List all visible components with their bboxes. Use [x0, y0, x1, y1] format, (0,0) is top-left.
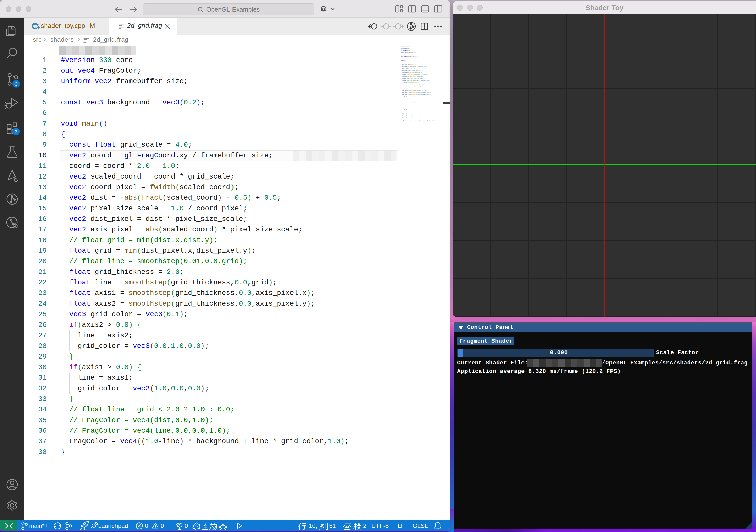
svg-text:2: 2	[363, 522, 366, 529]
svg-text:0: 0	[161, 522, 164, 529]
svg-text:0: 0	[145, 522, 148, 529]
svg-text:Launchpad: Launchpad	[98, 522, 128, 529]
svg-text:GLSL: GLSL	[413, 522, 428, 529]
svg-text:main*+: main*+	[29, 522, 48, 529]
svg-text:51: 51	[329, 522, 336, 529]
svg-text:LF: LF	[398, 522, 405, 529]
svg-text:0: 0	[185, 522, 188, 529]
svg-text:UTF-8: UTF-8	[371, 522, 389, 529]
svg-text:10,: 10,	[309, 522, 317, 529]
svg-text:3: 3	[15, 81, 18, 87]
svg-text:3: 3	[15, 129, 18, 134]
